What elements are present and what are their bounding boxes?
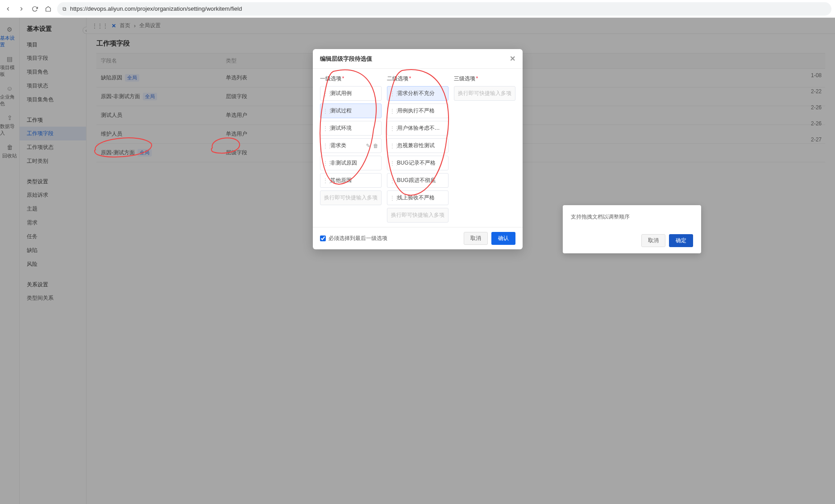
edit-hierarchy-modal: 编辑层级字段待选值 ✕ 一级选项* ⋮⋮测试用例⋮⋮测试过程⋮⋮测试环境⋮⋮需求… [313, 49, 523, 249]
drag-handle-icon[interactable]: ⋮⋮ [323, 160, 332, 166]
option-label: 其他原因 [330, 177, 352, 183]
option-label: 忽视兼容性测试 [397, 142, 435, 149]
back-icon[interactable] [4, 4, 12, 13]
option-label: 测试用例 [330, 90, 352, 96]
hierarchy-option[interactable]: ⋮⋮忽视兼容性测试 [387, 138, 449, 153]
hierarchy-option[interactable]: ⋮⋮线上验收不严格 [387, 190, 449, 205]
hierarchy-option[interactable]: ⋮⋮需求分析不充分 [387, 86, 449, 101]
forward-icon[interactable] [17, 4, 26, 13]
close-icon[interactable]: ✕ [510, 54, 515, 63]
modal-confirm-button[interactable]: 确认 [491, 232, 515, 245]
option-label: 线上验收不严格 [397, 194, 435, 201]
drag-handle-icon[interactable]: ⋮⋮ [390, 125, 399, 132]
drag-handle-icon[interactable]: ⋮⋮ [390, 195, 399, 201]
option-label: BUG记录不严格 [397, 160, 436, 166]
option-label: BUG跟进不彻底 [397, 177, 436, 183]
inner-confirm-button[interactable]: 确定 [669, 234, 693, 247]
option-label: 用户体验考虑不… [397, 125, 440, 131]
option-label: 测试环境 [330, 125, 352, 131]
level3-input[interactable]: 换行即可快捷输入多项 [454, 86, 515, 101]
url-text: https://devops.aliyun.com/projex/organiz… [70, 5, 242, 12]
drag-handle-icon[interactable]: ⋮⋮ [323, 143, 332, 149]
modal-cancel-button[interactable]: 取消 [464, 232, 488, 245]
option-label: 非测试原因 [330, 160, 357, 166]
level2-column: 二级选项* ⋮⋮需求分析不充分⋮⋮用例执行不严格⋮⋮用户体验考虑不…⋮⋮忽视兼容… [387, 75, 449, 223]
option-label: 需求分析不充分 [397, 90, 435, 96]
hierarchy-option[interactable]: ⋮⋮测试过程 [320, 103, 382, 118]
checkbox-input[interactable] [320, 235, 326, 241]
hierarchy-option[interactable]: ⋮⋮用例执行不严格 [387, 103, 449, 118]
hierarchy-option[interactable]: ⋮⋮其他原因 [320, 173, 382, 188]
delete-icon[interactable]: 🗑 [373, 143, 378, 149]
checkbox-label: 必须选择到最后一级选项 [328, 235, 387, 242]
level2-input[interactable]: 换行即可快捷输入多项 [387, 208, 449, 223]
level1-label: 一级选项 [320, 75, 341, 82]
drag-handle-icon[interactable]: ⋮⋮ [323, 91, 332, 97]
level3-label: 三级选项 [454, 75, 475, 82]
hierarchy-option[interactable]: ⋮⋮测试用例 [320, 86, 382, 101]
option-label: 需求类 [330, 142, 346, 149]
hierarchy-option[interactable]: ⋮⋮BUG跟进不彻底 [387, 173, 449, 188]
drag-handle-icon[interactable]: ⋮⋮ [390, 108, 399, 114]
hierarchy-option[interactable]: ⋮⋮测试环境 [320, 121, 382, 136]
drag-handle-icon[interactable]: ⋮⋮ [323, 108, 332, 114]
level3-column: 三级选项* 换行即可快捷输入多项 [454, 75, 515, 223]
hierarchy-option[interactable]: ⋮⋮用户体验考虑不… [387, 121, 449, 136]
hierarchy-option[interactable]: ⋮⋮需求类✎🗑 [320, 138, 382, 153]
drag-handle-icon[interactable]: ⋮⋮ [390, 143, 399, 149]
app-frame: ⚙ 基本设置 ▤ 项目模板 ☺ 企业角色 ⇪ 数据导入 🗑 回收站 基本设置 项… [0, 18, 835, 504]
drag-handle-icon[interactable]: ⋮⋮ [323, 178, 332, 184]
inner-modal-message: 支持拖拽文档以调整顺序 [571, 213, 693, 221]
site-info-icon[interactable]: ⧉ [62, 6, 66, 12]
drag-handle-icon[interactable]: ⋮⋮ [323, 125, 332, 132]
home-icon[interactable] [44, 4, 53, 13]
hierarchy-option[interactable]: ⋮⋮BUG记录不严格 [387, 156, 449, 170]
edit-icon[interactable]: ✎ [366, 143, 370, 149]
drag-handle-icon[interactable]: ⋮⋮ [390, 160, 399, 166]
address-bar[interactable]: ⧉ https://devops.aliyun.com/projex/organ… [57, 2, 831, 16]
modal-title: 编辑层级字段待选值 [320, 55, 372, 63]
level1-input[interactable]: 换行即可快捷输入多项 [320, 190, 382, 205]
option-label: 用例执行不严格 [397, 107, 435, 114]
must-select-last-checkbox[interactable]: 必须选择到最后一级选项 [320, 235, 387, 242]
option-label: 测试过程 [330, 107, 352, 114]
hierarchy-option[interactable]: ⋮⋮非测试原因 [320, 156, 382, 170]
inner-cancel-button[interactable]: 取消 [641, 234, 665, 247]
browser-chrome: ⧉ https://devops.aliyun.com/projex/organ… [0, 0, 835, 18]
drag-handle-icon[interactable]: ⋮⋮ [390, 178, 399, 184]
level2-label: 二级选项 [387, 75, 408, 82]
inner-confirm-modal: 支持拖拽文档以调整顺序 取消 确定 [563, 205, 701, 253]
level1-column: 一级选项* ⋮⋮测试用例⋮⋮测试过程⋮⋮测试环境⋮⋮需求类✎🗑⋮⋮非测试原因⋮⋮… [320, 75, 382, 223]
drag-handle-icon[interactable]: ⋮⋮ [390, 91, 399, 97]
reload-icon[interactable] [30, 4, 39, 13]
